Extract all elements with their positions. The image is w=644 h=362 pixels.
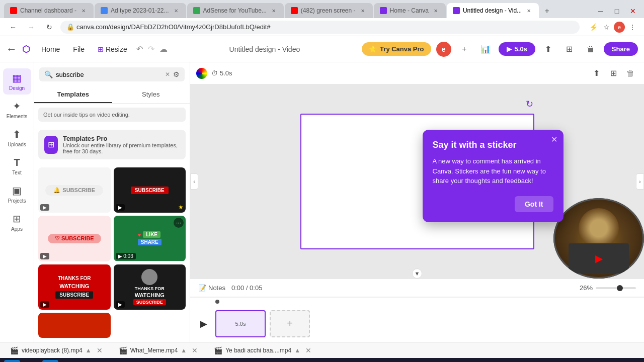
download-item-3[interactable]: 🎬 Ye badi acchi baa....mp4 ▲ ✕ — [210, 346, 315, 354]
download-item-2[interactable]: 🎬 What_Meme.mp4 ▲ ✕ — [115, 346, 202, 354]
template-card-5[interactable]: THANKS FOR WATCHING SUBSCRIBE ▶ — [38, 264, 111, 310]
sidebar-item-projects[interactable]: ▣ Projects — [3, 181, 31, 207]
design-frame[interactable]: ↻ ✕ Say it with a sticker A new way to c… — [300, 114, 534, 249]
popup-close-button[interactable]: ✕ — [551, 135, 557, 144]
tab-close-2[interactable]: ✕ — [172, 7, 180, 15]
tab-close-6[interactable]: ✕ — [525, 7, 533, 15]
taskbar-app-word[interactable]: W — [119, 360, 135, 362]
cloud-save-icon[interactable]: ☁ — [159, 44, 168, 54]
tab-close-5[interactable]: ✕ — [432, 7, 440, 15]
download-close-3[interactable]: ✕ — [305, 346, 311, 354]
download-expand-2[interactable]: ▲ — [181, 347, 187, 354]
forward-button[interactable]: → — [24, 20, 38, 34]
taskbar-app-folder[interactable]: 📁 — [61, 360, 77, 362]
canva-back-button[interactable]: ← — [6, 43, 17, 56]
delete-canvas-icon[interactable]: 🗑 — [623, 66, 638, 81]
tab-canva-design[interactable]: Untitled design - Vid... ✕ — [447, 3, 539, 18]
url-input[interactable]: 🔒 canva.com/design/DAFbDZD2hO0/Vitmy4z0G… — [60, 21, 580, 34]
new-tab-button[interactable]: + — [540, 4, 554, 18]
template-card-2[interactable]: SUBSCRIBE ▶ ★ — [114, 167, 186, 213]
taskbar-app-premiere[interactable]: Pr — [138, 360, 154, 362]
duration-display[interactable]: ⏱ 5.0s — [211, 69, 232, 77]
maximize-button[interactable]: □ — [610, 4, 624, 18]
collapse-panel-right[interactable]: › — [636, 173, 644, 190]
profile-icon[interactable]: e — [614, 22, 625, 33]
trash-icon[interactable]: 🗑 — [583, 41, 599, 57]
add-clip-button[interactable]: + — [270, 310, 310, 337]
file-nav-link[interactable]: File — [69, 43, 89, 55]
user-avatar[interactable]: e — [436, 42, 451, 57]
tab-templates[interactable]: Templates — [34, 86, 112, 103]
template-card-3[interactable]: ♡ SUBSCRIBE ▶ — [38, 216, 111, 261]
reload-button[interactable]: ↻ — [42, 20, 56, 34]
template-card-4[interactable]: ♥ LIKE SHARE ··· ▶ 0:03 — [114, 216, 186, 261]
taskbar-app-edge[interactable]: e — [42, 360, 58, 362]
template-card-7[interactable] — [38, 313, 111, 338]
sidebar-item-elements[interactable]: ✦ Elements — [3, 97, 31, 123]
upload-to-cloud-icon[interactable]: ⬆ — [589, 66, 604, 81]
refresh-canvas-button[interactable]: ↻ — [526, 99, 533, 110]
notes-button[interactable]: 📝 Notes — [198, 284, 225, 292]
taskbar-app-photoshop[interactable]: Ps — [157, 360, 173, 362]
tab-adtype[interactable]: Ad type 2023-01-22... ✕ — [95, 3, 186, 18]
taskbar-app-chrome[interactable]: 🌐 — [80, 360, 97, 362]
taskbar-app-settings[interactable]: ⚙ — [253, 360, 269, 362]
zoom-slider[interactable] — [596, 287, 636, 289]
home-nav-link[interactable]: Home — [37, 43, 64, 55]
taskbar-app-media[interactable]: ▶ — [233, 360, 250, 362]
plus-user-button[interactable]: + — [456, 41, 472, 57]
back-button[interactable]: ← — [6, 20, 20, 34]
search-filter-icon[interactable]: ⚙ — [173, 70, 180, 78]
undo-button[interactable]: ↶ — [136, 44, 143, 54]
tab-close-1[interactable]: ✕ — [79, 7, 88, 15]
search-clear-button[interactable]: ✕ — [165, 71, 170, 78]
grid-layout-icon[interactable]: ⊞ — [606, 66, 621, 81]
tab-close-4[interactable]: ✕ — [359, 7, 367, 15]
try-canva-pro-button[interactable]: ⭐ Try Canva Pro — [362, 42, 431, 56]
collapse-panel-left[interactable]: ‹ — [190, 173, 198, 190]
tab-greenscreen[interactable]: (482) green screen - ✕ — [285, 3, 373, 18]
got-it-button[interactable]: Got It — [515, 196, 553, 212]
tab-styles[interactable]: Styles — [112, 86, 190, 103]
play-header-button[interactable]: ▶ 5.0s — [499, 42, 535, 56]
close-button[interactable]: ✕ — [626, 4, 640, 18]
tab-close-3[interactable]: ✕ — [270, 7, 278, 15]
start-button[interactable]: ⊞ — [4, 360, 20, 362]
color-picker[interactable] — [196, 68, 207, 79]
clip-1[interactable]: 5.0s — [215, 310, 266, 337]
taskbar-app-edge3[interactable]: e — [214, 360, 230, 362]
sidebar-item-uploads[interactable]: ⬆ Uploads — [3, 125, 31, 151]
download-item-1[interactable]: 🎬 videoplayback (8).mp4 ▲ ✕ — [6, 346, 107, 354]
download-expand-1[interactable]: ▲ — [86, 347, 92, 354]
template-card-1[interactable]: 🔔 SUBSCRIBE ▶ — [38, 167, 111, 213]
playhead[interactable] — [215, 300, 219, 304]
download-close-1[interactable]: ✕ — [97, 346, 103, 354]
sidebar-item-apps[interactable]: ⊞ Apps — [3, 209, 31, 235]
upload-icon[interactable]: ⬆ — [540, 41, 556, 57]
taskbar-search-button[interactable]: 🔍 — [23, 360, 39, 362]
download-close-2[interactable]: ✕ — [192, 346, 198, 354]
star-icon[interactable]: ☆ — [601, 22, 612, 33]
taskbar-app-discord[interactable]: 💬 — [195, 360, 211, 362]
taskbar-app-orange[interactable]: ⬡ — [176, 360, 192, 362]
templates-pro-banner[interactable]: ⊞ Templates Pro Unlock our entire librar… — [38, 130, 186, 159]
tab-canva-home[interactable]: Home - Canva ✕ — [374, 3, 446, 18]
grid-view-icon[interactable]: ⊞ — [561, 41, 578, 57]
analytics-icon[interactable]: 📊 — [477, 41, 494, 57]
search-input[interactable] — [56, 71, 162, 78]
taskbar-app-edge2[interactable]: 🌐 — [100, 360, 116, 362]
expand-timeline-button[interactable]: ▼ — [412, 268, 422, 279]
share-button[interactable]: Share — [604, 42, 638, 56]
tab-adsense[interactable]: AdSense for YouTube... ✕ — [187, 3, 284, 18]
resize-button[interactable]: ⊞ Resize — [94, 43, 131, 55]
minimize-button[interactable]: ─ — [594, 4, 608, 18]
template-card-6[interactable]: THANKS FOR WATCHING SUBSCRIBE ▶ — [114, 264, 186, 310]
play-timeline-button[interactable]: ▶ — [196, 316, 211, 331]
sidebar-item-design[interactable]: ▦ Design — [3, 68, 31, 95]
redo-button[interactable]: ↷ — [148, 44, 154, 54]
tab-channel-dashboard[interactable]: Channel dashboard - ✕ — [4, 3, 94, 18]
settings-icon[interactable]: ⋮ — [627, 22, 638, 33]
sidebar-item-text[interactable]: T Text — [3, 153, 31, 179]
extensions-icon[interactable]: ⚡ — [588, 22, 599, 33]
download-expand-3[interactable]: ▲ — [294, 347, 300, 354]
